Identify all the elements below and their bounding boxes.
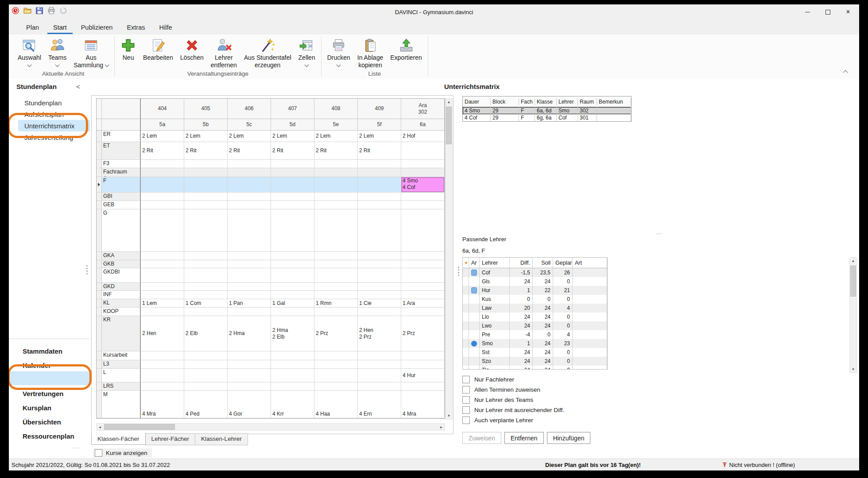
teachers-table-row[interactable]: Kus000 [463, 295, 607, 304]
matrix-cell[interactable] [271, 193, 314, 201]
matrix-room-header[interactable]: 406 [228, 99, 271, 119]
matrix-cell[interactable] [271, 201, 314, 209]
matrix-cell[interactable]: 4 Mra [401, 391, 445, 418]
ribbon-button-in-ablage-kopieren[interactable]: In Ablagekopieren [354, 37, 387, 70]
matrix-class-header[interactable]: 5c [228, 119, 271, 131]
matrix-cell[interactable] [358, 209, 401, 252]
matrix-cell[interactable] [228, 382, 271, 391]
matrix-cell[interactable]: 2 Hma 2 Elb [271, 316, 314, 351]
matrix-corner-cell[interactable] [97, 119, 102, 131]
matrix-cell[interactable] [401, 193, 445, 201]
events-column-header[interactable]: Dauer [463, 98, 491, 105]
matrix-cell[interactable] [228, 283, 271, 291]
ribbon-tab-plan[interactable]: Plan [20, 22, 45, 34]
matrix-cell[interactable] [314, 260, 358, 268]
sidebar-module-vertretungen[interactable]: Vertretungen [23, 386, 89, 401]
matrix-vscrollbar-thumb[interactable] [446, 107, 452, 144]
matrix-cell[interactable] [358, 291, 401, 299]
matrix-cell[interactable] [141, 252, 184, 260]
matrix-row-label[interactable]: GEB [102, 201, 141, 209]
matrix-cell[interactable] [314, 360, 358, 369]
matrix-cell[interactable] [141, 283, 184, 291]
filter-checkbox-auch-verplante-lehrer[interactable]: Auch verplante Lehrer [462, 415, 564, 425]
matrix-room-header[interactable]: 404 [141, 99, 184, 119]
matrix-cell[interactable]: 2 Lem [228, 131, 271, 142]
matrix-cell[interactable]: 2 Elb [184, 316, 228, 351]
matrix-cell[interactable] [141, 382, 184, 391]
matrix-room-header[interactable]: 409 [358, 99, 401, 119]
matrix-row-label[interactable]: Fachraum Au... [102, 168, 141, 177]
filter-checkbox-allen-terminen-zuweisen[interactable]: Allen Terminen zuweisen [462, 385, 564, 394]
matrix-cell[interactable] [401, 168, 445, 177]
matrix-cell[interactable] [184, 193, 228, 201]
matrix-room-header[interactable]: 407 [271, 99, 314, 119]
sidebar-item-stundenplan[interactable]: Stundenplan [23, 97, 89, 108]
ribbon-tab-publizieren[interactable]: Publizieren [75, 22, 119, 34]
matrix-cell[interactable] [314, 160, 358, 168]
events-column-header[interactable]: Block [491, 98, 519, 105]
matrix-cell[interactable]: 2 Hof [401, 131, 445, 142]
matrix-cell[interactable] [314, 177, 358, 193]
ribbon-button-zellen[interactable]: Zellen [295, 37, 319, 67]
panel-splitter-dots[interactable]: ... [656, 229, 662, 235]
matrix-cell[interactable] [228, 160, 271, 168]
teachers-table-row[interactable]: Cof-1,523,526 [463, 268, 607, 277]
filter-checkbox-nur-lehrer-mit-ausreichender-diff-[interactable]: Nur Lehrer mit ausreichender Diff. [462, 405, 564, 415]
matrix-cell[interactable] [141, 268, 184, 283]
matrix-cell[interactable] [401, 268, 445, 283]
close-button[interactable]: × [838, 5, 858, 19]
matrix-cell[interactable] [184, 177, 228, 193]
matrix-cell[interactable] [141, 308, 184, 316]
matrix-cell[interactable] [141, 260, 184, 268]
matrix-row-label[interactable]: Kursarbeit [102, 351, 141, 360]
matrix-cell[interactable] [184, 382, 228, 391]
matrix-cell[interactable]: 1 Ara [401, 299, 445, 308]
ribbon-button-exportieren[interactable]: Exportieren [387, 37, 426, 62]
matrix-cell[interactable] [358, 252, 401, 260]
scroll-right-icon[interactable]: ► [438, 424, 445, 431]
matrix-cell[interactable] [228, 308, 271, 316]
matrix-cell[interactable]: 2 Hen 2 Prz [358, 316, 401, 351]
teachers-table-row[interactable]: Llo24240 [463, 312, 607, 321]
right-panel-splitter-handle[interactable] [458, 266, 459, 268]
matrix-cell[interactable]: 2 Rit [228, 142, 271, 160]
matrix-cell[interactable] [271, 252, 314, 260]
matrix-cell[interactable] [271, 369, 314, 382]
events-table-row[interactable]: 4 Smo29F6a, 6dSmo302 [463, 107, 631, 114]
matrix-cell[interactable] [184, 308, 228, 316]
matrix-cell[interactable]: 1 Gal [271, 299, 314, 308]
sidebar-module-stammdaten[interactable]: Stammdaten [23, 344, 89, 358]
matrix-cell[interactable] [141, 360, 184, 369]
events-column-header[interactable]: Klasse [535, 98, 557, 105]
matrix-cell[interactable] [358, 369, 401, 382]
matrix-hscrollbar-thumb[interactable] [104, 424, 175, 430]
ribbon-tab-extras[interactable]: Extras [121, 22, 151, 34]
matrix-row-label[interactable]: ET [102, 142, 141, 160]
matrix-row-label[interactable]: L3 [102, 360, 141, 369]
teachers-table-row[interactable]: Law20244 [463, 304, 607, 312]
sidebar-item-unterrichtsmatrix[interactable]: Unterrichtsmatrix [18, 120, 90, 131]
matrix-cell[interactable]: 2 Rit [314, 142, 358, 160]
matrix-class-header[interactable]: 5a [141, 119, 184, 131]
matrix-cell[interactable] [358, 382, 401, 391]
matrix-cell[interactable] [401, 160, 445, 168]
matrix-cell[interactable] [141, 291, 184, 299]
matrix-vscrollbar[interactable]: ▲ ▼ [445, 98, 453, 420]
sidebar-splitter-handle[interactable] [86, 265, 88, 266]
matrix-cell[interactable] [141, 193, 184, 201]
matrix-tab-klassen-fächer[interactable]: Klassen-Fächer [91, 433, 146, 445]
matrix-cell[interactable]: 2 Rit [184, 142, 228, 160]
matrix-row-label[interactable]: GBI [102, 193, 141, 201]
matrix-cell[interactable] [358, 160, 401, 168]
matrix-cell[interactable] [314, 268, 358, 283]
matrix-class-header[interactable]: 5d [271, 119, 314, 131]
matrix-row-label[interactable]: INF [102, 291, 141, 299]
ribbon-button-löschen[interactable]: Löschen [177, 37, 207, 62]
matrix-cell[interactable] [184, 252, 228, 260]
teachers-column-header[interactable]: * [463, 258, 469, 268]
matrix-cell[interactable] [314, 369, 358, 382]
sidebar-module-kalender[interactable]: Kalender [23, 358, 89, 372]
matrix-cell[interactable] [358, 351, 401, 360]
teachers-table-row[interactable]: Szo24240 [463, 357, 607, 366]
matrix-cell[interactable] [228, 360, 271, 369]
